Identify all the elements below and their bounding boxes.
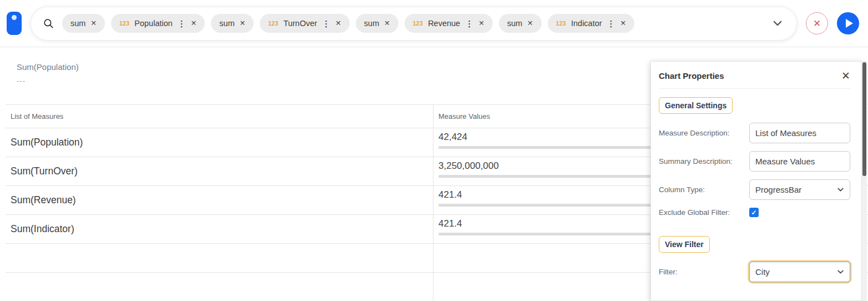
chip-remove-icon[interactable]: ✕ (384, 20, 390, 27)
column-type-value: ProgressBar (755, 185, 801, 194)
chip-remove-icon[interactable]: ✕ (527, 20, 533, 27)
chip-remove-icon[interactable]: ✕ (478, 20, 484, 27)
filter-select[interactable]: City (749, 262, 850, 282)
measure-description-label: Measure Description: (659, 129, 730, 137)
chip-menu-icon[interactable]: ⋮ (322, 19, 330, 28)
column-type-label: Column Type: (659, 185, 705, 194)
query-bar[interactable]: sum ✕ 123 Population ⋮ ✕ sum ✕ 123 TurnO… (31, 7, 797, 41)
column-type-select[interactable]: ProgressBar (749, 179, 850, 200)
clear-button[interactable]: ✕ (806, 12, 828, 34)
chip-aggregation[interactable]: sum ✕ (499, 14, 542, 33)
scrollbar-thumb[interactable] (862, 62, 866, 176)
section-view-filter: View Filter (659, 236, 710, 253)
chevron-down-icon (837, 186, 844, 193)
chart-properties-panel: Chart Properties ✕ General Settings Meas… (650, 61, 862, 301)
chip-menu-icon[interactable]: ⋮ (178, 19, 186, 28)
chip-label: Indicator (571, 19, 602, 28)
chip-remove-icon[interactable]: ✕ (335, 20, 341, 27)
chip-aggregation[interactable]: sum ✕ (62, 14, 105, 33)
summary-description-label: Summary Description: (659, 157, 733, 165)
chip-remove-icon[interactable]: ✕ (191, 20, 196, 27)
run-button[interactable] (837, 12, 859, 34)
app-logo (7, 12, 22, 35)
chip-label: sum (219, 19, 234, 28)
numeric-field-icon: 123 (268, 20, 278, 27)
chip-label: sum (70, 19, 85, 28)
summary-description-input[interactable] (749, 151, 850, 172)
exclude-global-filter-label: Exclude Global Filter: (659, 208, 730, 217)
section-general-settings: General Settings (659, 97, 733, 114)
play-icon (846, 19, 853, 28)
chevron-down-icon (837, 268, 844, 275)
chip-field-population[interactable]: 123 Population ⋮ ✕ (111, 14, 205, 33)
measure-name: Sum(Population) (6, 128, 433, 157)
chip-menu-icon[interactable]: ⋮ (465, 19, 473, 28)
measure-name: Sum(TurnOver) (6, 157, 433, 185)
numeric-field-icon: 123 (119, 20, 129, 27)
chip-label: TurnOver (284, 19, 317, 28)
app-root: sum ✕ 123 Population ⋮ ✕ sum ✕ 123 TurnO… (0, 0, 868, 301)
chip-label: Revenue (428, 19, 460, 28)
panel-title: Chart Properties (659, 71, 724, 81)
chip-remove-icon[interactable]: ✕ (620, 20, 626, 27)
chip-field-turnover[interactable]: 123 TurnOver ⋮ ✕ (260, 14, 350, 33)
chip-label: Population (134, 19, 173, 28)
panel-scrollbar[interactable] (862, 61, 867, 301)
filter-label: Filter: (659, 268, 678, 276)
chip-aggregation[interactable]: sum ✕ (356, 14, 398, 33)
numeric-field-icon: 123 (556, 20, 566, 27)
measure-name: Sum(Revenue) (6, 186, 433, 214)
chip-label: sum (507, 19, 522, 28)
chip-field-indicator[interactable]: 123 Indicator ⋮ ✕ (548, 14, 635, 33)
panel-close-icon[interactable]: ✕ (841, 71, 850, 81)
filter-value: City (755, 267, 770, 277)
column-header-measures: List of Measures (6, 105, 433, 128)
chip-field-revenue[interactable]: 123 Revenue ⋮ ✕ (405, 14, 493, 33)
exclude-global-filter-checkbox[interactable] (749, 208, 759, 217)
topbar: sum ✕ 123 Population ⋮ ✕ sum ✕ 123 TurnO… (0, 0, 868, 47)
chip-remove-icon[interactable]: ✕ (90, 20, 96, 27)
numeric-field-icon: 123 (413, 20, 423, 27)
widget-header: Sum(Population) --- (17, 62, 79, 85)
widget-title: Sum(Population) (17, 62, 79, 72)
widget-subtitle: --- (17, 77, 79, 85)
chip-label: sum (364, 19, 379, 28)
chip-menu-icon[interactable]: ⋮ (607, 19, 615, 28)
close-icon: ✕ (813, 19, 821, 28)
search-icon (43, 18, 54, 29)
collapse-chevron-icon[interactable] (772, 18, 783, 29)
measure-description-input[interactable] (749, 123, 850, 143)
chip-aggregation[interactable]: sum ✕ (211, 14, 254, 33)
chip-remove-icon[interactable]: ✕ (240, 20, 245, 27)
measure-name: Sum(Indicator) (6, 215, 433, 243)
